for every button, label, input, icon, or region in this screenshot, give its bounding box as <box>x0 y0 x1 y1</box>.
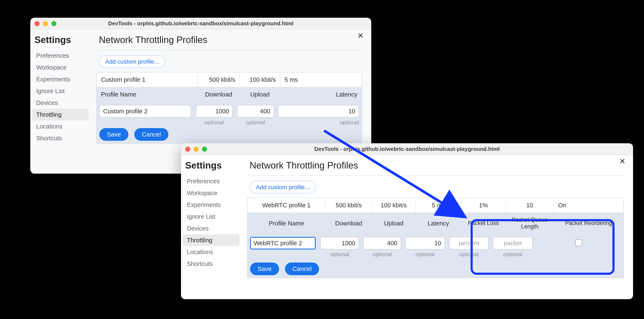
sidebar-item-locations[interactable]: Locations <box>183 246 240 258</box>
titlebar[interactable]: DevTools - orphis.github.io/webrtc-sandb… <box>30 18 371 30</box>
latency-input[interactable] <box>405 237 445 249</box>
page-title: Network Throttling Profiles <box>247 159 624 176</box>
optional-label: optional <box>204 119 224 126</box>
sidebar-item-devices[interactable]: Devices <box>32 97 89 109</box>
cell-download: 500 kbit/s <box>326 198 372 212</box>
sidebar-item-workspace[interactable]: Workspace <box>183 187 240 199</box>
profile-name-input[interactable] <box>99 105 191 118</box>
add-custom-profile-button[interactable]: Add custom profile... <box>250 181 316 193</box>
packet-loss-input[interactable] <box>449 237 489 249</box>
cell-download: 500 kbit/s <box>198 73 240 87</box>
header-profile-name: Profile Name <box>97 87 198 102</box>
cell-packet-loss: 1% <box>461 198 506 212</box>
cancel-button[interactable]: Cancel <box>285 262 319 275</box>
upload-input[interactable] <box>363 237 401 249</box>
packet-reorder-checkbox[interactable] <box>575 239 582 246</box>
cell-profile-name: Custom profile 1 <box>97 73 198 87</box>
save-button[interactable]: Save <box>99 128 128 141</box>
cell-packet-queue: 10 <box>506 198 554 212</box>
sidebar-item-ignore-list[interactable]: Ignore List <box>32 85 89 97</box>
table-row[interactable]: WebRTC profile 1 500 kbit/s 100 kbit/s 5… <box>248 198 624 213</box>
sidebar-item-locations[interactable]: Locations <box>32 121 89 132</box>
optional-label: optional <box>459 251 478 257</box>
sidebar-item-experiments[interactable]: Experiments <box>32 73 89 85</box>
table-header: Profile Name Download Upload Latency Pac… <box>248 213 624 233</box>
close-icon[interactable]: ✕ <box>619 158 626 165</box>
cancel-button[interactable]: Cancel <box>134 128 168 141</box>
header-download: Download <box>326 213 372 233</box>
window-minimize-icon[interactable] <box>43 21 48 26</box>
window-minimize-icon[interactable] <box>194 146 199 151</box>
download-input[interactable] <box>196 105 233 118</box>
sidebar-item-preferences[interactable]: Preferences <box>183 175 240 187</box>
cell-upload: 100 kbit/s <box>372 198 416 212</box>
latency-input[interactable] <box>278 105 359 118</box>
upload-input[interactable] <box>237 105 274 118</box>
header-profile-name: Profile Name <box>248 213 326 233</box>
header-download: Download <box>198 87 240 102</box>
cell-upload: 100 kbit/s <box>240 73 280 87</box>
sidebar-item-devices[interactable]: Devices <box>183 222 240 234</box>
sidebar-title: Settings <box>32 35 89 50</box>
packet-queue-input[interactable] <box>493 237 532 249</box>
optional-label: optional <box>340 119 359 126</box>
settings-sidebar: Settings Preferences Workspace Experimen… <box>30 30 91 174</box>
header-latency: Latency <box>280 87 362 102</box>
header-latency: Latency <box>416 213 461 233</box>
sidebar-item-shortcuts[interactable]: Shortcuts <box>32 132 89 144</box>
header-packet-loss: Packet Loss <box>461 213 506 233</box>
optional-label: optional <box>330 251 349 257</box>
sidebar-item-throttling[interactable]: Throttling <box>32 109 89 121</box>
sidebar-item-preferences[interactable]: Preferences <box>32 50 89 62</box>
optional-label: optional <box>503 251 522 257</box>
cell-packet-reorder: On <box>554 198 624 212</box>
profiles-table: Custom profile 1 500 kbit/s 100 kbit/s 5… <box>96 72 362 144</box>
profile-name-input[interactable] <box>250 237 316 249</box>
sidebar-item-ignore-list[interactable]: Ignore List <box>183 211 240 222</box>
window-maximize-icon[interactable] <box>202 146 207 151</box>
optional-label: optional <box>372 251 392 257</box>
sidebar-item-shortcuts[interactable]: Shortcuts <box>183 258 240 270</box>
sidebar-item-workspace[interactable]: Workspace <box>32 62 89 73</box>
edit-row: optional optional optional Save <box>97 102 362 143</box>
edit-row: optional optional optional optional <box>248 233 624 278</box>
table-header: Profile Name Download Upload Latency <box>97 87 362 102</box>
optional-label: optional <box>246 119 265 126</box>
window-maximize-icon[interactable] <box>51 21 56 26</box>
profiles-table: WebRTC profile 1 500 kbit/s 100 kbit/s 5… <box>247 198 624 278</box>
download-input[interactable] <box>320 237 359 249</box>
cell-latency: 5 ms <box>280 73 362 87</box>
header-packet-reorder: Packet Reordering <box>554 213 624 233</box>
window-title: DevTools - orphis.github.io/webrtc-sandb… <box>181 146 633 152</box>
window-close-icon[interactable] <box>34 21 40 26</box>
header-upload: Upload <box>372 213 416 233</box>
window-close-icon[interactable] <box>185 146 190 151</box>
table-row[interactable]: Custom profile 1 500 kbit/s 100 kbit/s 5… <box>97 73 362 87</box>
devtools-window-after: DevTools - orphis.github.io/webrtc-sandb… <box>181 143 633 299</box>
header-upload: Upload <box>240 87 280 102</box>
sidebar-title: Settings <box>183 160 240 175</box>
add-custom-profile-button[interactable]: Add custom profile... <box>99 55 165 68</box>
settings-sidebar: Settings Preferences Workspace Experimen… <box>181 155 242 299</box>
cell-profile-name: WebRTC profile 1 <box>248 198 326 212</box>
sidebar-item-experiments[interactable]: Experiments <box>183 199 240 211</box>
save-button[interactable]: Save <box>250 262 279 275</box>
optional-label: optional <box>416 251 434 257</box>
header-packet-queue: Packet Queue Length <box>506 213 554 233</box>
close-icon[interactable]: ✕ <box>357 32 364 40</box>
cell-latency: 5 ms <box>416 198 461 212</box>
titlebar[interactable]: DevTools - orphis.github.io/webrtc-sandb… <box>181 143 633 155</box>
window-title: DevTools - orphis.github.io/webrtc-sandb… <box>30 20 371 27</box>
sidebar-item-throttling[interactable]: Throttling <box>183 234 240 246</box>
page-title: Network Throttling Profiles <box>96 34 362 50</box>
